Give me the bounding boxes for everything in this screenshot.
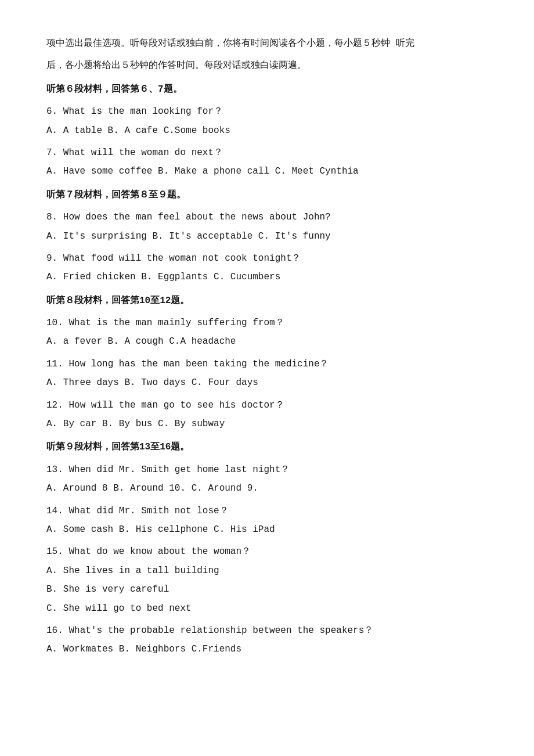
question-10-options: A. a fever B. A cough C.A headache: [46, 333, 488, 350]
question-12-text: 12. How will the man go to see his docto…: [46, 397, 488, 414]
question-11-text: 11. How long has the man been taking the…: [46, 355, 488, 373]
question-14-options: A. Some cash B. His cellphone C. His iPa…: [46, 521, 488, 538]
question-15-sub-options: A. She lives in a tall building B. She i…: [46, 562, 488, 617]
section-header-1: 听第６段材料，回答第６、7题。: [46, 81, 488, 98]
question-10-text: 10. What is the man mainly suffering fro…: [46, 314, 488, 332]
section-header-4: 听第９段材料，回答第13至16题。: [46, 438, 488, 456]
question-16-text: 16. What's the probable relationship bet…: [46, 622, 488, 639]
question-15-option-c: C. She will go to bed next: [46, 600, 488, 617]
exam-content: 项中选出最佳选项。听每段对话或独白前，你将有时间阅读各个小题，每小题５秒钟 听完…: [46, 35, 488, 658]
question-15-text: 15. What do we know about the woman？: [46, 543, 488, 560]
question-12-options: A. By car B. By bus C. By subway: [46, 415, 488, 433]
intro-line2: 后，各小题将给出５秒钟的作答时间。每段对话或独白读两遍。: [46, 57, 488, 74]
question-16-options: A. Workmates B. Neighbors C.Friends: [46, 640, 488, 658]
intro-line1: 项中选出最佳选项。听每段对话或独白前，你将有时间阅读各个小题，每小题５秒钟 听完: [46, 35, 488, 52]
question-8-text: 8. How does the man feel about the news …: [46, 208, 488, 226]
question-15-option-a: A. She lives in a tall building: [46, 562, 488, 579]
section-header-3: 听第８段材料，回答第10至12题。: [46, 292, 488, 309]
section-header-2: 听第７段材料，回答第８至９题。: [46, 186, 488, 204]
question-9-options: A. Fried chicken B. Eggplants C. Cucumbe…: [46, 268, 488, 286]
question-6-text: 6. What is the man looking for？: [46, 103, 488, 120]
question-8-options: A. It's surprising B. It's acceptable C.…: [46, 228, 488, 245]
question-7-options: A. Have some coffee B. Make a phone call…: [46, 163, 488, 180]
question-13-text: 13. When did Mr. Smith get home last nig…: [46, 461, 488, 478]
question-11-options: A. Three days B. Two days C. Four days: [46, 374, 488, 391]
question-14-text: 14. What did Mr. Smith not lose？: [46, 502, 488, 520]
question-15-option-b: B. She is very careful: [46, 581, 488, 598]
question-13-options: A. Around 8 B. Around 10. C. Around 9.: [46, 480, 488, 497]
question-6-options: A. A table B. A cafe C.Some books: [46, 122, 488, 139]
question-7-text: 7. What will the woman do next？: [46, 144, 488, 161]
question-9-text: 9. What food will the woman not cook ton…: [46, 250, 488, 267]
